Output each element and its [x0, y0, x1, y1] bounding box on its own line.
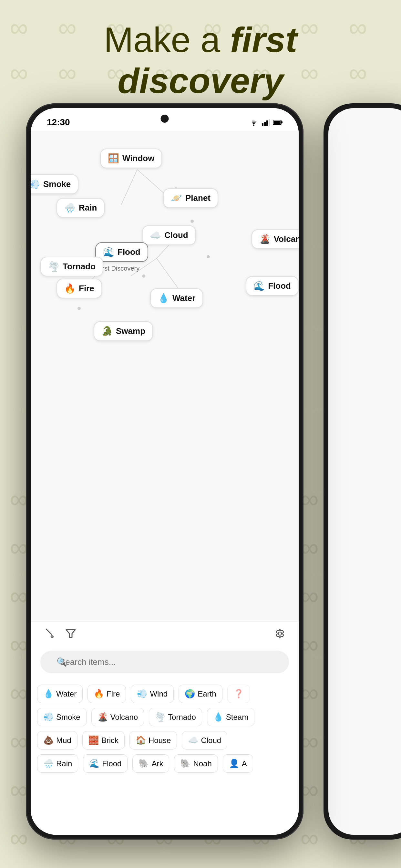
list-item-brick[interactable]: 🧱 Brick — [82, 731, 125, 749]
toolbar-left — [43, 628, 76, 642]
canvas-item-flood-right[interactable]: 🌊 Flood — [246, 276, 299, 296]
signal-icon — [262, 119, 270, 126]
list-item-unknown[interactable]: ❓ — [227, 685, 250, 703]
list-item-rain[interactable]: 🌧️ Rain — [37, 754, 78, 773]
canvas-item-water[interactable]: 💧 Water — [150, 288, 203, 308]
svg-line-8 — [137, 169, 166, 195]
list-item-tornado[interactable]: 🌪️ Tornado — [149, 708, 202, 726]
header-section: Make a first discovery — [0, 20, 401, 101]
status-icons — [249, 119, 282, 126]
volcano-emoji: 🌋 — [259, 234, 271, 244]
header-line2-bold: discovery — [118, 61, 283, 100]
smoke-emoji: 💨 — [31, 179, 40, 190]
svg-point-18 — [207, 255, 210, 258]
canvas-item-flood-center[interactable]: 🌊 Flood — [95, 242, 148, 262]
list-item-house[interactable]: 🏠 House — [129, 731, 177, 749]
list-earth-label: Earth — [197, 689, 216, 699]
list-item-noah[interactable]: 🐘 Noah — [174, 754, 218, 773]
canvas-item-smoke[interactable]: 💨 Smoke — [31, 175, 79, 194]
svg-rect-1 — [262, 123, 264, 126]
planet-label: Planet — [185, 193, 211, 203]
list-brick-label: Brick — [101, 736, 119, 745]
list-item-fire[interactable]: 🔥 Fire — [88, 685, 126, 703]
items-list[interactable]: 💧 Water 🔥 Fire 💨 Wind 🌍 Earth ❓ — [31, 680, 299, 835]
list-tornado-label: Tornado — [168, 713, 196, 722]
list-steam-label: Steam — [226, 713, 248, 722]
list-mud-label: Mud — [56, 736, 71, 745]
tornado-emoji: 🌪️ — [48, 261, 59, 272]
water-label: Water — [173, 293, 195, 303]
list-item-mud[interactable]: 💩 Mud — [37, 731, 78, 749]
list-item-cloud[interactable]: ☁️ Cloud — [182, 731, 227, 749]
canvas-item-rain[interactable]: 🌧️ Rain — [57, 198, 104, 218]
tornado-label: Tornado — [63, 261, 96, 272]
phone-screen: 12:30 — [31, 108, 299, 835]
canvas-area[interactable]: 🪟 Window 💨 Smoke 🪐 Planet 🌧️ Rain ☁️ — [31, 131, 299, 647]
flood-right-label: Flood — [268, 281, 291, 291]
camera-notch — [161, 115, 169, 123]
items-row-2: 💨 Smoke 🌋 Volcano 🌪️ Tornado 💧 Steam — [37, 708, 292, 726]
canvas-item-window[interactable]: 🪟 Window — [100, 149, 162, 168]
list-item-earth[interactable]: 🌍 Earth — [179, 685, 222, 703]
items-row-3: 💩 Mud 🧱 Brick 🏠 House ☁️ Cloud — [37, 731, 292, 749]
water-emoji: 💧 — [158, 293, 169, 304]
planet-emoji: 🪐 — [171, 193, 182, 204]
settings-icon[interactable] — [274, 628, 286, 642]
list-item-ark[interactable]: 🐘 Ark — [132, 754, 169, 773]
list-fire-label: Fire — [106, 689, 120, 699]
svg-point-19 — [78, 307, 81, 310]
status-time: 12:30 — [47, 117, 70, 128]
phone-frame: 12:30 — [26, 103, 304, 840]
list-item-water[interactable]: 💧 Water — [37, 685, 83, 703]
swamp-emoji: 🐊 — [101, 326, 113, 337]
svg-point-17 — [142, 275, 145, 278]
search-icon: 🔍 — [57, 657, 67, 667]
search-area: 🔍 — [31, 647, 299, 680]
search-wrapper: 🔍 — [40, 651, 289, 673]
canvas-item-fire[interactable]: 🔥 Fire — [57, 279, 102, 299]
filter-icon[interactable] — [65, 628, 76, 642]
brush-icon[interactable] — [43, 628, 55, 642]
list-ark-label: Ark — [151, 759, 163, 768]
canvas-item-volcano[interactable]: 🌋 Volcan — [251, 229, 299, 249]
svg-point-16 — [190, 220, 194, 223]
window-label: Window — [122, 153, 154, 163]
list-item-wind[interactable]: 💨 Wind — [131, 685, 174, 703]
flood-center-label: Flood — [118, 247, 141, 257]
svg-rect-3 — [266, 120, 268, 126]
smoke-label: Smoke — [43, 179, 71, 189]
header-line1-bold: first — [230, 20, 297, 59]
list-wind-label: Wind — [150, 689, 167, 699]
list-item-a[interactable]: 👤 A — [223, 754, 253, 773]
list-item-steam[interactable]: 💧 Steam — [207, 708, 254, 726]
rain-label: Rain — [79, 203, 97, 213]
svg-point-23 — [278, 632, 281, 635]
list-item-flood[interactable]: 🌊 Flood — [83, 754, 127, 773]
canvas-item-cloud[interactable]: ☁️ Cloud — [142, 225, 196, 245]
canvas-item-swamp[interactable]: 🐊 Swamp — [94, 321, 153, 341]
list-water-label: Water — [56, 689, 76, 699]
svg-point-0 — [253, 125, 254, 126]
list-item-smoke[interactable]: 💨 Smoke — [37, 708, 87, 726]
search-input[interactable] — [40, 651, 289, 673]
canvas-item-tornado[interactable]: 🌪️ Tornado — [40, 257, 103, 276]
cloud-emoji: ☁️ — [150, 230, 161, 241]
rain-emoji: 🌧️ — [64, 203, 75, 213]
volcano-label: Volcan — [274, 234, 299, 244]
svg-rect-2 — [264, 122, 266, 126]
wifi-icon — [249, 119, 258, 126]
svg-line-21 — [46, 629, 51, 634]
list-flood-label: Flood — [102, 759, 121, 768]
phone-frame-right — [323, 103, 401, 840]
fire-label: Fire — [79, 283, 94, 293]
svg-rect-4 — [269, 119, 270, 126]
list-item-volcano[interactable]: 🌋 Volcano — [91, 708, 144, 726]
header-line1-normal: Make a — [104, 20, 220, 59]
svg-rect-7 — [274, 121, 281, 124]
battery-icon — [273, 120, 282, 125]
canvas-item-planet[interactable]: 🪐 Planet — [163, 188, 218, 208]
svg-marker-22 — [66, 630, 75, 638]
list-volcano-label: Volcano — [111, 713, 138, 722]
list-house-label: House — [149, 736, 171, 745]
window-emoji: 🪟 — [108, 153, 119, 164]
